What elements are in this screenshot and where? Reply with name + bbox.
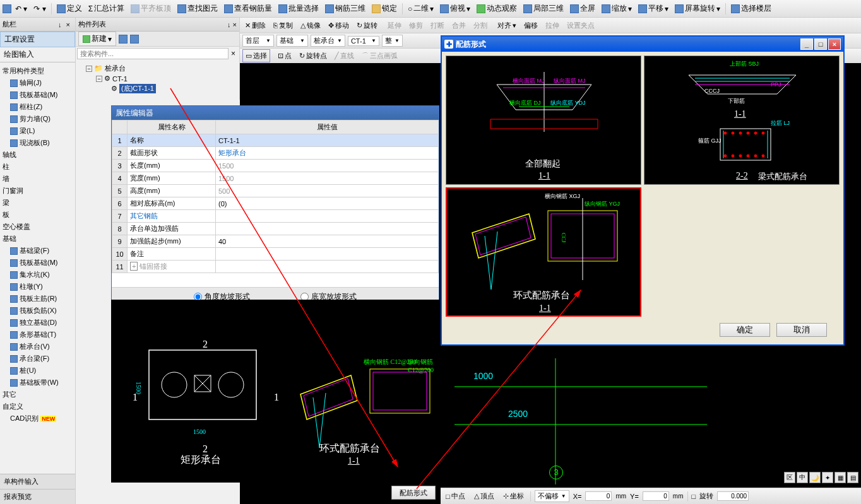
ri-1[interactable]: 区	[784, 472, 795, 483]
btn-align[interactable]: 对齐 ▾	[495, 20, 519, 32]
nav-item-pier[interactable]: 柱墩(Y)	[0, 281, 75, 293]
btn-delete[interactable]: ✕ 删除	[242, 20, 268, 32]
y-input[interactable]	[643, 491, 669, 501]
prop-val-cell[interactable]: 500	[216, 185, 439, 197]
btn-point[interactable]: ⊡ 点	[275, 50, 294, 62]
ri-3[interactable]: 🌙	[809, 472, 821, 483]
ri-6[interactable]: ▤	[847, 472, 858, 483]
snap-coord[interactable]: ⊹ 坐标	[501, 490, 526, 502]
nav-section-draw[interactable]: 绘图输入	[0, 47, 75, 62]
dd-whole[interactable]: 整	[382, 35, 403, 47]
comp-copy-icon[interactable]	[119, 35, 128, 44]
comp-paste-icon[interactable]	[130, 35, 139, 44]
nav-group-beam[interactable]: 梁	[0, 197, 75, 209]
nav-item-fbeam[interactable]: 基础梁(F)	[0, 245, 75, 257]
nav-group-other[interactable]: 其它	[0, 389, 75, 401]
btn-split[interactable]: 分割	[471, 20, 490, 32]
prop-name-cell[interactable]: 高度(mm)	[128, 185, 216, 197]
tree-leaf-selected[interactable]: (底)CT-1-1	[119, 84, 156, 93]
prop-val-cell[interactable]	[216, 223, 439, 235]
btn-offset[interactable]: 偏移	[521, 20, 540, 32]
config-rebar-button[interactable]: 配筋形式	[391, 486, 436, 500]
prop-val-cell[interactable]: (0)	[216, 197, 439, 210]
prop-name-cell[interactable]: 加强筋起步(mm)	[128, 235, 216, 248]
prop-name-cell[interactable]: 锚固搭接	[140, 262, 167, 270]
nav-item-beam[interactable]: 梁(L)	[0, 125, 75, 137]
prop-name-cell[interactable]: 名称	[128, 134, 216, 147]
nav-item-slabband[interactable]: 基础板带(W)	[0, 377, 75, 389]
tb-local3d[interactable]: 局部三维	[521, 2, 566, 15]
dialog-close-icon[interactable]: ×	[828, 38, 841, 50]
tb-rebar[interactable]: 查看钢筋量	[222, 2, 275, 15]
btn-setgrip[interactable]: 设置夹点	[564, 20, 597, 32]
tb-lock[interactable]: 锁定	[369, 2, 400, 15]
nav-item-pile[interactable]: 桩(U)	[0, 365, 75, 377]
dialog-option-2[interactable]: 上部筋 SBJ CCCJ PPJ 下部筋 1-1 拉筋 LJ 箍筋 GJJ 2-…	[644, 56, 840, 185]
btn-break[interactable]: 打断	[428, 20, 447, 32]
nav-item-pilecap[interactable]: 桩承台(V)	[0, 341, 75, 353]
offset-mode[interactable]: 不偏移	[535, 490, 569, 502]
ri-2[interactable]: 中	[797, 472, 808, 483]
nav-item-raftmain[interactable]: 筏板主筋(R)	[0, 293, 75, 305]
btn-rotate[interactable]: ↻ 旋转	[354, 20, 380, 32]
tb-3d[interactable]: 钢筋三维	[323, 2, 368, 15]
btn-move[interactable]: ✥ 移动	[326, 20, 352, 32]
nav-pin-icon[interactable]: ↓	[58, 21, 62, 28]
nav-item-raft2[interactable]: 筏板基础(M)	[0, 257, 75, 269]
tree-toggle-icon[interactable]: −	[96, 76, 102, 82]
btn-copy[interactable]: ⎘ 复制	[271, 20, 295, 32]
search-clear-icon[interactable]: ×	[229, 48, 238, 59]
nav-item-column[interactable]: 框柱(Z)	[0, 101, 75, 113]
prop-name-cell[interactable]: 长度(mm)	[128, 160, 216, 172]
prop-name-cell[interactable]: 相对底标高(m)	[128, 197, 216, 210]
btn-stretch[interactable]: 拉伸	[543, 20, 562, 32]
tb-top[interactable]: 俯视 ▾	[437, 2, 473, 15]
btn-line[interactable]: ╱ 直线	[332, 50, 357, 62]
nav-item-grid[interactable]: 轴网(J)	[0, 77, 75, 89]
redo-dropdown[interactable]: ↷ ▾	[31, 3, 48, 15]
tb-flat[interactable]: 平齐板顶	[128, 2, 174, 15]
nav-group-slab[interactable]: 板	[0, 209, 75, 221]
comp-search-input[interactable]	[77, 48, 229, 59]
dialog-ok-button[interactable]: 确定	[720, 323, 770, 337]
nav-item-wall[interactable]: 剪力墙(Q)	[0, 113, 75, 125]
tree-toggle-icon[interactable]: −	[86, 66, 92, 72]
nav-item-sump[interactable]: 集水坑(K)	[0, 269, 75, 281]
tb-orbit[interactable]: 动态观察	[474, 2, 520, 15]
nav-close-icon[interactable]: ×	[64, 21, 73, 28]
snap-top[interactable]: △ 顶点	[472, 490, 497, 502]
btn-select[interactable]: ▭ 选择	[242, 49, 270, 62]
tb-define[interactable]: 定义	[54, 2, 85, 15]
nav-single-input[interactable]: 单构件输入	[0, 474, 75, 489]
dd-comp[interactable]: 桩承台	[311, 35, 345, 47]
prop-val-cell[interactable]: 40	[216, 235, 439, 248]
btn-trim[interactable]: 修剪	[407, 20, 425, 32]
nav-group-custom[interactable]: 自定义	[0, 401, 75, 413]
nav-group-axis[interactable]: 轴线	[0, 149, 75, 161]
nav-item-cad[interactable]: CAD识别 NEW	[0, 413, 75, 425]
tb-2d[interactable]: ○二维 ▾	[405, 2, 436, 15]
tb-pan[interactable]: 平移 ▾	[636, 2, 671, 15]
btn-merge[interactable]: 合并	[449, 20, 468, 32]
nav-item-slab[interactable]: 现浇板(B)	[0, 137, 75, 149]
undo-dropdown[interactable]: ↶ ▾	[13, 3, 30, 15]
x-input[interactable]	[585, 491, 612, 501]
prop-val-cell[interactable]: 1500	[216, 172, 439, 185]
tb-screenrot[interactable]: 屏幕旋转 ▾	[672, 2, 723, 15]
drawing-canvas[interactable]: 1000 2500 3	[454, 358, 861, 488]
nav-group-foundation[interactable]: 基础	[0, 233, 75, 245]
dialog-cancel-button[interactable]: 取消	[776, 323, 827, 337]
nav-item-raftneg[interactable]: 筏板负筋(X)	[0, 305, 75, 317]
prop-name-cell[interactable]: 截面形状	[128, 147, 216, 160]
dialog-option-1[interactable]: 横向面筋 MJ 纵向面筋 MJ 横向底筋 DJ 纵向底筋 YDJ 全部翻起 1-…	[446, 56, 641, 185]
nav-group-wall[interactable]: 墙	[0, 173, 75, 185]
prop-val-cell[interactable]: 1500	[216, 160, 439, 172]
nav-report[interactable]: 报表预览	[0, 489, 75, 504]
dd-item[interactable]: CT-1	[348, 36, 379, 46]
tree-root[interactable]: 桩承台	[105, 64, 126, 73]
prop-val-cell[interactable]	[216, 248, 439, 261]
tb-full[interactable]: 全屏	[567, 2, 598, 15]
nav-group-opening[interactable]: 门窗洞	[0, 185, 75, 197]
nav-item-capbeam[interactable]: 承台梁(F)	[0, 353, 75, 365]
btn-mirror[interactable]: △ 镜像	[298, 20, 323, 32]
